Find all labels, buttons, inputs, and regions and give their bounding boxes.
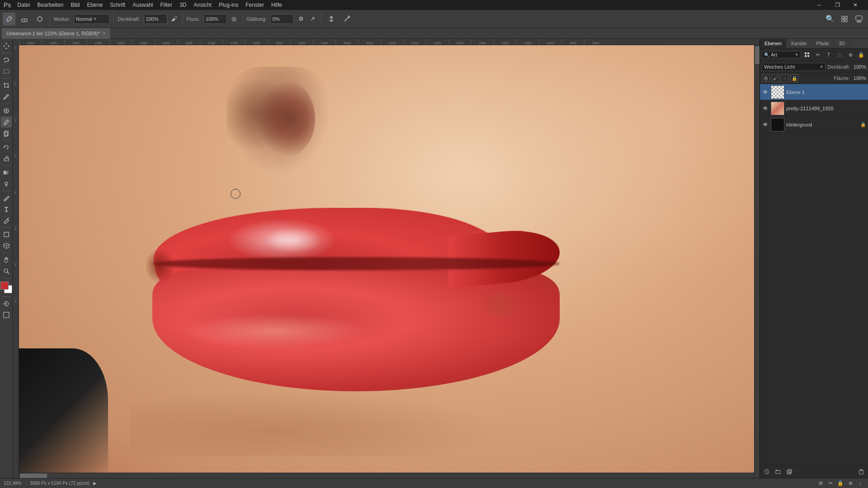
filter-fx-icon[interactable]: T [824, 50, 834, 60]
menu-plugins[interactable]: Plug-ins [215, 1, 242, 9]
shape-tool[interactable] [1, 229, 12, 240]
filter-color-icon[interactable]: 🔒 [856, 50, 866, 60]
settings-icon[interactable]: ⚙ [297, 14, 306, 23]
svg-point-20 [5, 198, 6, 199]
minimize-button[interactable]: ─ [810, 0, 828, 10]
lasso-tool[interactable] [1, 55, 12, 66]
search-icon[interactable]: 🔍 [824, 13, 836, 25]
menu-bearbeiten[interactable]: Bearbeiten [33, 1, 67, 9]
scrollbar-horizontal[interactable] [19, 473, 754, 478]
eraser-tool-icon[interactable] [18, 13, 31, 25]
status-btn-3[interactable]: 🔒 [836, 479, 844, 488]
lock-transparent-icon[interactable] [762, 74, 770, 82]
layer-item[interactable]: 👁 pretty-2111499_1920 [760, 100, 868, 117]
search-dropdown-icon[interactable]: ▼ [795, 52, 799, 57]
clone-tool[interactable] [1, 128, 12, 139]
status-btn-2[interactable]: ✏ [826, 479, 835, 488]
fluss-input[interactable]: 100% [203, 14, 227, 24]
menu-ebene[interactable]: Ebene [83, 1, 106, 9]
tab-pfade[interactable]: Pfade [811, 39, 834, 48]
close-button[interactable]: ✕ [846, 0, 864, 10]
layer-visibility-toggle[interactable]: 👁 [762, 105, 769, 112]
new-layer-button[interactable] [784, 467, 794, 477]
layer-visibility-toggle[interactable]: 👁 [762, 121, 769, 128]
healing-tool[interactable] [1, 105, 12, 116]
brush-tool-icon[interactable] [3, 13, 15, 25]
deckkraft-icon[interactable]: 🖌 [170, 14, 179, 23]
quick-mask-icon[interactable] [1, 298, 12, 309]
3d-tool[interactable] [1, 240, 12, 251]
brush-tool[interactable] [1, 117, 12, 127]
status-btn-1[interactable]: ⊞ [816, 479, 825, 488]
deckkraft-input[interactable]: 100% [144, 14, 167, 24]
tab-close-button[interactable]: × [103, 31, 105, 36]
filter-smart-icon[interactable]: ⊕ [845, 50, 855, 60]
title-bar: Ps Datei Bearbeiten Bild Ebene Schrift A… [0, 0, 868, 10]
adjustment-layer-button[interactable] [762, 467, 772, 477]
dodge-tool[interactable] [1, 178, 12, 189]
canvas-image [19, 45, 760, 478]
eyedropper-tool[interactable] [1, 91, 12, 102]
menu-datei[interactable]: Datei [14, 1, 33, 9]
crop-tool[interactable] [1, 80, 12, 91]
scrollbar-thumb-v[interactable] [755, 46, 760, 64]
svg-rect-9 [845, 19, 847, 22]
tab-ebenen[interactable]: Ebenen [760, 39, 787, 48]
menu-hilfe[interactable]: Hilfe [268, 1, 286, 9]
opacity-value[interactable]: 100% [852, 64, 866, 70]
menu-ansicht[interactable]: Ansicht [190, 1, 215, 9]
menu-filter[interactable]: Filter [157, 1, 176, 9]
tab-kanaele[interactable]: Kanäle [787, 39, 811, 48]
menu-fenster[interactable]: Fenster [242, 1, 268, 9]
layers-search[interactable]: 🔍 Art ▼ [762, 51, 801, 58]
canvas[interactable] [19, 45, 760, 478]
path-select-tool[interactable] [1, 215, 12, 226]
fill-value[interactable]: 100% [852, 75, 866, 81]
mode-dropdown[interactable]: Normal ▼ [74, 14, 110, 24]
pen-tool[interactable] [1, 192, 12, 203]
eraser-tool[interactable] [1, 153, 12, 164]
tab-3d[interactable]: 3D [834, 39, 850, 48]
layer-item[interactable]: 👁 Ebene 1 [760, 84, 868, 100]
lock-all-icon[interactable]: 🔒 [790, 74, 798, 82]
hand-tool[interactable] [1, 254, 12, 265]
restore-button[interactable]: ❐ [828, 0, 846, 10]
move-tool[interactable] [1, 41, 12, 52]
screen-mode-icon[interactable] [1, 310, 12, 320]
scrollbar-vertical[interactable] [754, 45, 760, 478]
glaettung-input[interactable]: 0% [270, 14, 294, 24]
new-group-button[interactable] [773, 467, 783, 477]
text-tool[interactable] [1, 204, 12, 215]
blend-mode-dropdown[interactable]: Weiches Licht ▼ [762, 63, 826, 71]
history-brush-tool[interactable] [1, 142, 12, 153]
foreground-color[interactable] [0, 282, 9, 290]
fluss-icon[interactable]: ◎ [230, 14, 239, 23]
filter-mask-icon[interactable]: □ [835, 50, 844, 60]
lock-position-icon[interactable]: ↔ [781, 74, 789, 82]
angle-icon[interactable]: ↗ [308, 14, 317, 23]
layer-visibility-toggle[interactable]: 👁 [762, 89, 769, 96]
lock-image-icon[interactable]: 🖌 [771, 74, 779, 82]
status-btn-5[interactable]: ↕ [856, 479, 864, 488]
brush-options-icon[interactable] [33, 13, 46, 25]
menu-auswahl[interactable]: Auswahl [129, 1, 156, 9]
status-arrow[interactable]: ▶ [93, 481, 97, 486]
menu-3d[interactable]: 3D [176, 1, 190, 9]
layer-item[interactable]: 👁 Hintergrund 🔒 [760, 117, 868, 133]
status-btn-4[interactable]: ⊕ [846, 479, 854, 488]
filter-brush-icon[interactable]: ✏ [813, 50, 823, 60]
gradient-tool[interactable] [1, 167, 12, 178]
marquee-tool[interactable] [1, 66, 12, 77]
zoom-tool[interactable] [1, 266, 12, 277]
menu-schrift[interactable]: Schrift [106, 1, 129, 9]
pressure-icon[interactable] [340, 13, 353, 25]
zoom-icon[interactable] [838, 13, 851, 25]
document-tab[interactable]: Unbenannt-1 bei 122% (Ebene 1, RGB/8)* × [2, 28, 110, 39]
filter-pixel-icon[interactable] [802, 50, 812, 60]
svg-rect-34 [776, 470, 778, 471]
delete-layer-button[interactable] [856, 467, 866, 477]
symmetry-icon[interactable] [325, 13, 338, 25]
scrollbar-thumb-h[interactable] [20, 474, 47, 478]
menu-bild[interactable]: Bild [67, 1, 83, 9]
workspace-icon[interactable] [853, 13, 865, 25]
